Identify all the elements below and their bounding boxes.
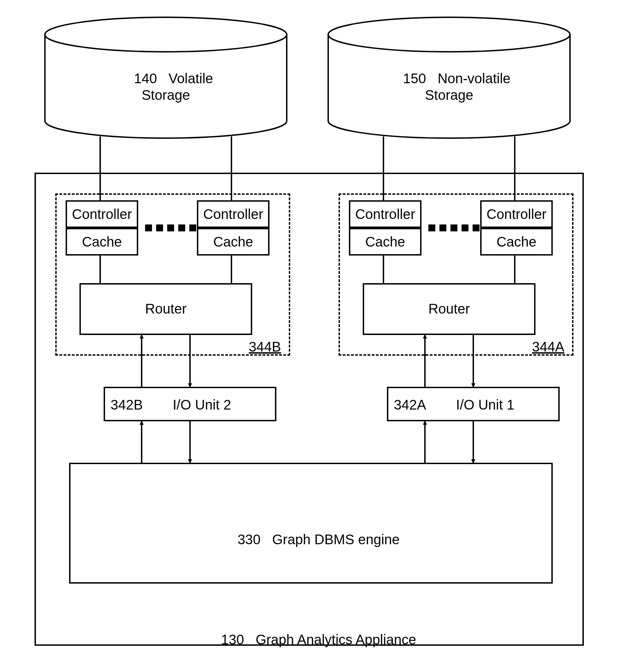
io-unit-1-num: 342A — [394, 396, 426, 413]
cache-label-4: Cache — [480, 233, 553, 250]
cache-label-3: Cache — [349, 233, 421, 250]
controller-label-2: Controller — [197, 206, 269, 222]
controller-label-1: Controller — [66, 206, 138, 222]
ellipsis-left — [145, 224, 196, 231]
appliance-num: 130 — [221, 632, 244, 647]
controller-label-4: Controller — [480, 206, 553, 222]
group-344a-tag: 344A — [532, 338, 564, 355]
volatile-num: 140 — [134, 71, 157, 86]
appliance-label: 130 Graph Analytics Appliance — [155, 615, 466, 664]
engine-text: Graph DBMS engine — [272, 532, 400, 547]
svg-point-0 — [45, 17, 287, 52]
controller-label-3: Controller — [349, 206, 421, 222]
nonvolatile-text: Non-volatile Storage — [425, 71, 511, 103]
io-unit-2-label: I/O Unit 2 — [173, 396, 231, 413]
group-344b-tag: 344B — [249, 338, 281, 355]
cache-label-2: Cache — [197, 233, 269, 250]
appliance-text: Graph Analytics Appliance — [256, 632, 416, 647]
svg-point-2 — [328, 17, 570, 52]
nonvolatile-num: 150 — [403, 71, 426, 86]
io-unit-2-num: 342B — [111, 396, 143, 413]
cache-label-1: Cache — [66, 233, 138, 250]
volatile-storage-label: 140 Volatile Storage — [86, 54, 245, 120]
router-left-label: Router — [79, 300, 252, 317]
nonvolatile-storage-label: 150 Non-volatile Storage — [363, 54, 535, 120]
router-right-label: Router — [363, 300, 535, 317]
engine-label: 330 Graph DBMS engine — [190, 515, 432, 564]
ellipsis-right — [428, 224, 480, 231]
diagram-canvas: 140 Volatile Storage 150 Non-volatile St… — [0, 0, 617, 672]
engine-num: 330 — [238, 532, 261, 547]
io-unit-1-label: I/O Unit 1 — [456, 396, 514, 413]
